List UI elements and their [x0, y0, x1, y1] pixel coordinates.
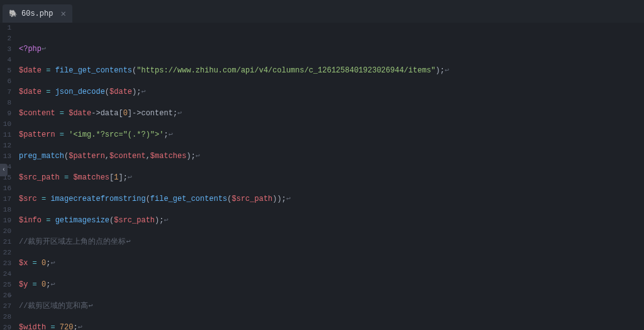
file-tab[interactable]: 🐘 60s.php ✕ [3, 4, 72, 23]
panel-collapse-button[interactable]: ‹ [0, 164, 8, 176]
php-file-icon: 🐘 [9, 9, 18, 18]
close-icon[interactable]: ✕ [60, 8, 65, 19]
tab-filename: 60s.php [21, 9, 53, 18]
code-editor[interactable]: 1234567891011121314151617181920212223242… [0, 23, 644, 330]
code-lines[interactable]: <?php↩ $date = file_get_contents("https:… [16, 23, 644, 330]
line-number-gutter: 1234567891011121314151617181920212223242… [0, 23, 16, 330]
tab-bar: 🐘 60s.php ✕ [0, 5, 644, 23]
